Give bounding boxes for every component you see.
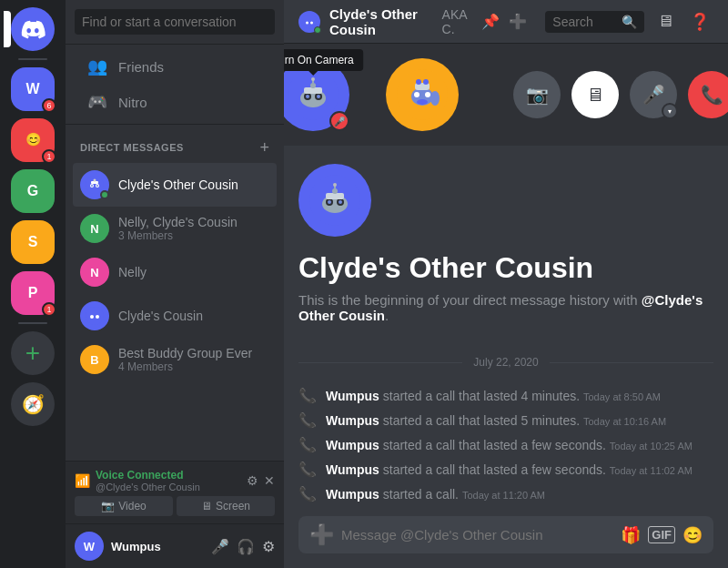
svg-rect-19 xyxy=(304,87,322,94)
server-1-label: W xyxy=(25,81,39,97)
svg-point-36 xyxy=(328,200,331,204)
dm-section-header: DIRECT MESSAGES + xyxy=(66,125,284,159)
channel-intro-name: Clyde's Other Cousin xyxy=(298,251,593,285)
dm-item-sub-5: 4 Members xyxy=(118,360,252,373)
friends-icon: 👥 xyxy=(87,56,107,76)
call-message-5: 📞 Wumpus started a call. Today at 11:20 … xyxy=(298,482,713,506)
dm-avatar-2: N xyxy=(80,214,109,243)
inbox-icon[interactable]: 🖥 xyxy=(653,8,677,35)
svg-point-37 xyxy=(339,200,342,204)
message-input[interactable] xyxy=(341,516,613,553)
friends-nav-item[interactable]: 👥 Friends xyxy=(73,49,277,84)
robot-avatar-large-icon xyxy=(288,69,339,120)
camera-control-button[interactable]: 📷 xyxy=(513,71,561,118)
end-call-button[interactable]: 📞 xyxy=(688,71,728,118)
svg-point-7 xyxy=(86,307,104,325)
video-icon: 📷 xyxy=(101,500,115,512)
mic-dropdown-chevron[interactable]: ▾ xyxy=(662,103,678,119)
dm-item-4[interactable]: Clyde's Cousin xyxy=(73,294,277,338)
dm-item-1[interactable]: Clyde's Other Cousin xyxy=(73,163,277,207)
robot-avatar-2-icon xyxy=(397,69,448,120)
server-icon-1[interactable]: W 6 xyxy=(11,67,55,111)
call-msg-text-4: Wumpus started a call that lasted a few … xyxy=(326,462,693,477)
svg-point-18 xyxy=(317,95,320,98)
dm-item-name-4: Clyde's Cousin xyxy=(118,309,203,323)
svg-point-25 xyxy=(414,92,420,97)
dm-item-5[interactable]: B Best Buddy Group Ever 4 Members xyxy=(73,338,277,381)
server-icon-5[interactable]: P 1 xyxy=(11,271,55,315)
explore-button[interactable]: 🧭 xyxy=(11,382,55,426)
nitro-label: Nitro xyxy=(118,95,147,110)
server-sidebar: W 6 😊 1 G S P 1 + 🧭 xyxy=(0,0,66,568)
svg-point-4 xyxy=(96,185,98,187)
video-button[interactable]: 📷 Video xyxy=(75,496,173,516)
call-area: Turn On Camera xyxy=(284,44,728,146)
screen-icon: 🖥 xyxy=(201,500,212,512)
signal-icon: 📶 xyxy=(75,473,90,488)
discord-logo-icon xyxy=(20,16,46,42)
emoji-icon[interactable]: 😊 xyxy=(682,525,703,545)
voice-settings-icon[interactable]: ⚙ xyxy=(247,473,258,488)
call-msg-text-2: Wumpus started a call that lasted 5 minu… xyxy=(326,413,666,428)
online-dot-topbar xyxy=(314,26,321,34)
message-input-area: ➕ 🎁 GIF 😊 xyxy=(284,516,728,568)
svg-point-29 xyxy=(416,79,421,85)
participant-avatar-1: 🎤 xyxy=(284,58,349,131)
mic-control-button[interactable]: 🎤 ▾ xyxy=(630,71,677,118)
voice-disconnect-icon[interactable]: ✕ xyxy=(264,473,275,488)
add-attachment-button[interactable]: ➕ xyxy=(309,523,334,547)
help-icon[interactable]: ❓ xyxy=(686,8,713,36)
voice-status-text: Voice Connected xyxy=(96,469,200,482)
date-separator: July 22, 2020 xyxy=(298,356,713,369)
robot-icon-4 xyxy=(86,307,104,325)
add-server-button[interactable]: + xyxy=(11,331,55,375)
server-4-label: S xyxy=(28,234,38,250)
call-message-4: 📞 Wumpus started a call that lasted a fe… xyxy=(298,457,713,482)
notification-badge-2: 1 xyxy=(42,149,56,164)
voice-status-info: Voice Connected @Clyde's Other Cousin xyxy=(96,469,200,492)
svg-point-31 xyxy=(430,91,440,106)
search-input[interactable] xyxy=(552,15,616,29)
server-2-label: 😊 xyxy=(25,133,41,147)
pin-icon: 📌 xyxy=(481,13,500,30)
screen-button[interactable]: 🖥 Screen xyxy=(177,496,275,516)
settings-icon[interactable]: ⚙ xyxy=(262,538,275,555)
call-icon-3: 📞 xyxy=(298,436,317,453)
dm-item-3[interactable]: N Nelly xyxy=(73,250,277,294)
discord-home-button[interactable] xyxy=(11,7,55,51)
add-dm-button[interactable]: + xyxy=(259,139,269,156)
call-icon-2: 📞 xyxy=(298,411,317,429)
server-icon-3[interactable]: G xyxy=(11,169,55,213)
dm-avatar-3: N xyxy=(80,258,109,287)
voice-channel-text: @Clyde's Other Cousin xyxy=(96,482,200,492)
dm-item-name-1: Clyde's Other Cousin xyxy=(118,178,238,192)
mic-icon[interactable]: 🎤 xyxy=(211,538,229,555)
svg-point-11 xyxy=(306,21,308,24)
dm-list: Clyde's Other Cousin N Nelly, Clyde's Co… xyxy=(66,159,284,461)
nitro-nav-item[interactable]: 🎮 Nitro xyxy=(73,85,277,119)
call-message-1: 📞 Wumpus started a call that lasted 4 mi… xyxy=(298,383,713,408)
dm-search-input[interactable] xyxy=(75,9,275,35)
server-icon-2[interactable]: 😊 1 xyxy=(11,118,55,162)
notification-badge-5: 1 xyxy=(42,302,56,317)
gif-icon[interactable]: GIF xyxy=(648,526,675,543)
call-participant-1: Turn On Camera xyxy=(284,58,349,131)
add-member-icon[interactable]: ➕ xyxy=(509,13,527,30)
screen-share-control-button[interactable]: 🖥 xyxy=(571,71,619,118)
call-icon-4: 📞 xyxy=(298,461,317,478)
channel-intro: Clyde's Other Cousin This is the beginni… xyxy=(298,164,713,341)
server-icon-4[interactable]: S xyxy=(11,220,55,264)
call-msg-text-1: Wumpus started a call that lasted 4 minu… xyxy=(326,389,661,403)
headphones-icon[interactable]: 🎧 xyxy=(237,538,255,555)
voice-connected-bar: 📶 Voice Connected @Clyde's Other Cousin … xyxy=(66,461,284,523)
dm-item-2[interactable]: N Nelly, Clyde's Cousin 3 Members xyxy=(73,207,277,250)
messages-area: Clyde's Other Cousin This is the beginni… xyxy=(284,146,728,516)
screen-label: Screen xyxy=(216,500,250,512)
gift-icon[interactable]: 🎁 xyxy=(621,525,641,545)
dm-section-label: DIRECT MESSAGES xyxy=(80,142,184,153)
message-input-box: ➕ 🎁 GIF 😊 xyxy=(298,516,713,553)
svg-point-12 xyxy=(310,21,313,24)
user-avatar: W xyxy=(75,532,104,561)
username-label: Wumpus xyxy=(111,540,204,553)
svg-point-27 xyxy=(417,99,428,105)
